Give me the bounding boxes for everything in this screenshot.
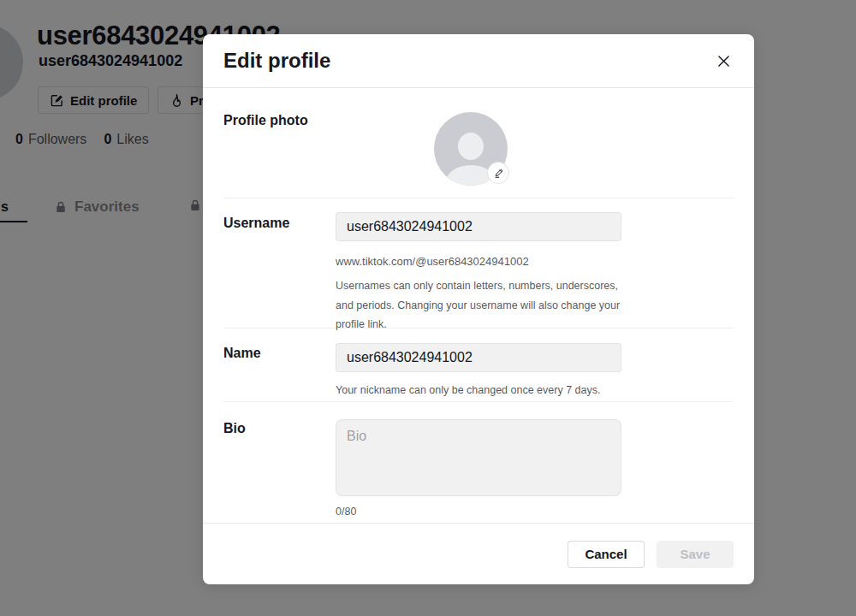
edit-photo-badge[interactable] [487, 162, 509, 184]
pencil-icon [493, 168, 504, 179]
name-input[interactable] [336, 343, 621, 372]
bio-char-counter: 0/80 [336, 506, 621, 518]
cancel-button[interactable]: Cancel [568, 541, 645, 568]
username-help-text: Usernames can only contain letters, numb… [336, 276, 621, 335]
username-input[interactable] [336, 212, 621, 241]
name-help-text: Your nickname can only be changed once e… [336, 381, 621, 400]
bio-textarea[interactable] [336, 419, 621, 496]
edit-profile-dialog: Edit profile Profile photo Username www.… [203, 34, 754, 584]
bio-row: Bio 0/80 [203, 402, 754, 522]
bio-label: Bio [223, 402, 336, 522]
profile-photo-label: Profile photo [223, 88, 336, 198]
close-icon [716, 53, 732, 69]
name-label: Name [223, 329, 336, 401]
dialog-title: Edit profile [223, 49, 330, 73]
username-row: Username www.tiktok.com/@user68430249410… [203, 198, 754, 328]
profile-link-text: www.tiktok.com/@user6843024941002 [336, 255, 621, 268]
dialog-body: Profile photo Username www.tiktok.com/@u… [203, 88, 754, 523]
username-label: Username [223, 198, 336, 328]
close-button[interactable] [713, 50, 734, 71]
name-row: Name Your nickname can only be changed o… [203, 329, 754, 401]
dialog-header: Edit profile [203, 34, 754, 88]
save-button[interactable]: Save [657, 541, 734, 568]
dialog-footer: Cancel Save [203, 523, 754, 584]
profile-photo-row: Profile photo [203, 88, 754, 198]
screen: user6843024941002 user6843024941002 Edit… [0, 0, 856, 616]
